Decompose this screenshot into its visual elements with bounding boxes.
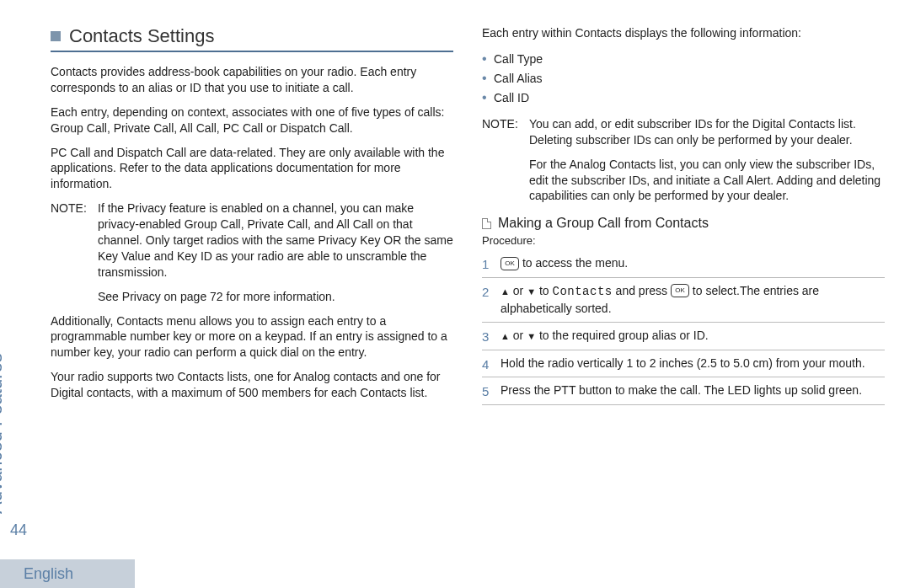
paragraph: Your radio supports two Contacts lists, … (51, 369, 453, 401)
step-item: ▲ or ▼ to Contacts and press OK to selec… (482, 278, 885, 323)
subheading-text: Making a Group Call from Contacts (498, 216, 709, 231)
menu-target: Contacts (552, 285, 612, 298)
step-text: and press (613, 284, 671, 297)
list-item: Call ID (482, 88, 885, 108)
list-item: Call Type (482, 50, 885, 69)
down-arrow-icon: ▼ (527, 332, 536, 341)
step-item: OK to access the menu. (482, 250, 885, 278)
paragraph: Contacts provides address-book capabilit… (51, 64, 453, 96)
paragraph: Each entry, depending on context, associ… (51, 104, 453, 136)
note-body: If the Privacy feature is enabled on a c… (98, 200, 453, 304)
section-title: Contacts Settings (69, 25, 214, 47)
step-text: to the required group alias or ID. (536, 329, 709, 342)
content-columns: Contacts Settings Contacts provides addr… (51, 25, 885, 539)
bullet-list: Call Type Call Alias Call ID (482, 50, 885, 108)
page-number: 44 (10, 521, 27, 539)
note-block: NOTE: If the Privacy feature is enabled … (51, 200, 453, 304)
menu-ok-key-icon: OK (671, 284, 689, 297)
note-block: NOTE: You can add, or edit subscriber ID… (482, 116, 885, 204)
step-text: to (536, 284, 552, 297)
step-text: or (510, 329, 527, 342)
page-body: Advanced Features 44 Contacts Settings C… (0, 0, 910, 539)
step-item: ▲ or ▼ to the required group alias or ID… (482, 323, 885, 350)
list-item: Call Alias (482, 69, 885, 88)
step-text: to access the menu. (519, 256, 628, 270)
paragraph: PC Call and Dispatch Call are data-relat… (51, 145, 453, 193)
paragraph: Each entry within Contacts displays the … (482, 25, 885, 41)
note-text: For the Analog Contacts list, you can on… (529, 157, 885, 205)
step-text: Hold the radio vertically 1 to 2 inches … (500, 356, 865, 370)
right-column: Each entry within Contacts displays the … (482, 25, 885, 539)
up-arrow-icon: ▲ (500, 332, 510, 341)
step-item: Hold the radio vertically 1 to 2 inches … (482, 350, 885, 378)
note-label: NOTE: (51, 200, 98, 304)
paragraph: Additionally, Contacts menu allows you t… (51, 313, 453, 361)
note-text: If the Privacy feature is enabled on a c… (98, 201, 453, 279)
note-label: NOTE: (482, 116, 529, 204)
up-arrow-icon: ▲ (500, 287, 510, 297)
step-text: Press the PTT button to make the call. T… (500, 383, 862, 397)
note-text: You can add, or edit subscriber IDs for … (529, 117, 856, 147)
procedure-label: Procedure: (482, 234, 885, 247)
footer-language-bar: English (0, 559, 135, 588)
down-arrow-icon: ▼ (527, 287, 536, 297)
subheading: Making a Group Call from Contacts (482, 216, 885, 231)
step-text: or (510, 284, 527, 297)
step-item: Press the PTT button to make the call. T… (482, 377, 885, 405)
page-icon (482, 218, 491, 229)
note-subtext: See Privacy on page 72 for more informat… (98, 289, 453, 305)
square-bullet-icon (51, 31, 61, 41)
note-body: You can add, or edit subscriber IDs for … (529, 116, 885, 204)
left-margin: Advanced Features 44 (0, 25, 51, 539)
left-column: Contacts Settings Contacts provides addr… (51, 25, 453, 539)
language-label: English (24, 565, 73, 583)
section-label-vertical: Advanced Features (0, 353, 7, 514)
procedure-steps: OK to access the menu. ▲ or ▼ to Contact… (482, 250, 885, 405)
section-heading: Contacts Settings (51, 25, 453, 52)
menu-ok-key-icon: OK (500, 257, 519, 270)
